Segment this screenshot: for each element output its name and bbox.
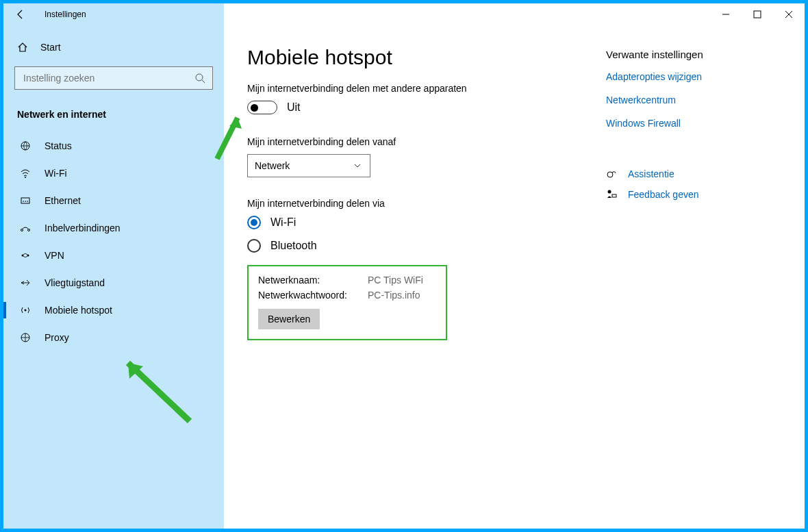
chevron-down-icon <box>352 160 363 171</box>
maximize-icon <box>752 9 763 20</box>
search-box[interactable] <box>14 66 213 90</box>
svg-point-2 <box>196 74 203 81</box>
airplane-icon <box>20 277 31 288</box>
search-icon <box>194 73 205 84</box>
hotspot-icon <box>20 305 31 316</box>
sidebar-item-label: Vliegtuigstand <box>45 277 105 288</box>
page-title: Mobiele hotspot <box>247 46 606 69</box>
radio-bluetooth-label: Bluetooth <box>270 240 317 252</box>
share-from-label: Mijn internetverbinding delen vanaf <box>247 136 606 147</box>
svg-point-5 <box>25 177 26 178</box>
edit-button[interactable]: Bewerken <box>258 309 320 329</box>
home-label: Start <box>40 42 61 53</box>
radio-wifi-label: Wi-Fi <box>270 216 296 229</box>
help-row[interactable]: Assistentie <box>606 168 777 179</box>
sidebar-item-vpn[interactable]: VPN <box>3 242 224 269</box>
radio-wifi-row[interactable]: Wi-Fi <box>247 216 606 229</box>
share-via-label: Mijn internetverbinding delen via <box>247 198 606 209</box>
proxy-icon <box>20 332 31 343</box>
close-icon <box>783 9 794 20</box>
network-name-value: PC Tips WiFi <box>368 275 423 286</box>
titlebar: Instellingen <box>3 3 805 25</box>
minimize-button[interactable] <box>710 3 742 25</box>
feedback-row[interactable]: Feedback geven <box>606 189 777 200</box>
sidebar-item-ethernet[interactable]: Ethernet <box>3 187 224 214</box>
sidebar-item-label: Inbelverbindingen <box>45 223 121 233</box>
wifi-icon <box>20 168 31 179</box>
vpn-icon <box>20 250 31 261</box>
sidebar: Start Netwerk en internet Status Wi-Fi E… <box>3 25 224 529</box>
sidebar-item-label: Ethernet <box>45 195 81 206</box>
close-button[interactable] <box>773 3 805 25</box>
back-arrow-icon <box>15 9 26 20</box>
sidebar-item-label: Status <box>45 140 72 151</box>
svg-point-10 <box>21 229 23 231</box>
main-content: Mobiele hotspot Mijn internetverbinding … <box>224 25 805 529</box>
sidebar-item-label: VPN <box>45 250 64 261</box>
select-value: Netwerk <box>255 160 290 171</box>
svg-rect-1 <box>754 11 761 18</box>
sidebar-item-airplane[interactable]: Vliegtuigstand <box>3 269 224 296</box>
sidebar-item-wifi[interactable]: Wi-Fi <box>3 160 224 187</box>
minimize-icon <box>720 9 731 20</box>
svg-rect-18 <box>612 194 616 197</box>
svg-point-14 <box>25 309 27 312</box>
link-network-center[interactable]: Netwerkcentrum <box>606 94 777 105</box>
network-password-value: PC-Tips.info <box>368 290 420 301</box>
related-settings: Verwante instellingen Adapteropties wijz… <box>606 46 777 508</box>
sidebar-item-label: Mobiele hotspot <box>45 305 112 316</box>
network-password-label: Netwerkwachtwoord: <box>258 290 368 301</box>
settings-window: Instellingen Start Netwerk en internet S… <box>3 3 805 529</box>
link-windows-firewall[interactable]: Windows Firewall <box>606 118 777 129</box>
network-info-box: Netwerknaam: PC Tips WiFi Netwerkwachtwo… <box>247 265 447 340</box>
svg-point-17 <box>608 190 611 194</box>
network-name-label: Netwerknaam: <box>258 275 368 286</box>
radio-bluetooth-row[interactable]: Bluetooth <box>247 239 606 253</box>
sidebar-item-hotspot[interactable]: Mobiele hotspot <box>3 296 224 324</box>
sidebar-item-status[interactable]: Status <box>3 132 224 160</box>
back-button[interactable] <box>3 9 38 20</box>
help-icon <box>606 168 617 179</box>
feedback-icon <box>606 189 617 200</box>
home-nav[interactable]: Start <box>3 35 224 60</box>
dialup-icon <box>20 223 31 233</box>
sidebar-item-proxy[interactable]: Proxy <box>3 324 224 351</box>
sidebar-item-dialup[interactable]: Inbelverbindingen <box>3 214 224 242</box>
share-toggle[interactable] <box>247 101 277 114</box>
svg-point-11 <box>28 229 30 231</box>
share-from-select[interactable]: Netwerk <box>247 154 370 177</box>
svg-line-3 <box>202 80 205 83</box>
maximize-button[interactable] <box>742 3 773 25</box>
feedback-link[interactable]: Feedback geven <box>628 189 699 200</box>
help-link[interactable]: Assistentie <box>628 168 674 179</box>
radio-bluetooth[interactable] <box>247 239 261 253</box>
sidebar-item-label: Proxy <box>45 332 69 343</box>
toggle-state-label: Uit <box>287 101 301 114</box>
home-icon <box>17 42 28 53</box>
window-title: Instellingen <box>45 10 86 19</box>
svg-point-16 <box>607 172 613 177</box>
link-adapter-options[interactable]: Adapteropties wijzigen <box>606 71 777 82</box>
sidebar-item-label: Wi-Fi <box>45 168 67 179</box>
ethernet-icon <box>20 195 31 206</box>
sidebar-section-label: Netwerk en internet <box>3 103 224 132</box>
related-heading: Verwante instellingen <box>606 49 777 60</box>
radio-wifi[interactable] <box>247 216 261 229</box>
toggle-knob-icon <box>251 104 258 112</box>
status-icon <box>20 140 31 151</box>
share-label: Mijn internetverbinding delen met andere… <box>247 83 606 94</box>
search-input[interactable] <box>22 72 186 84</box>
